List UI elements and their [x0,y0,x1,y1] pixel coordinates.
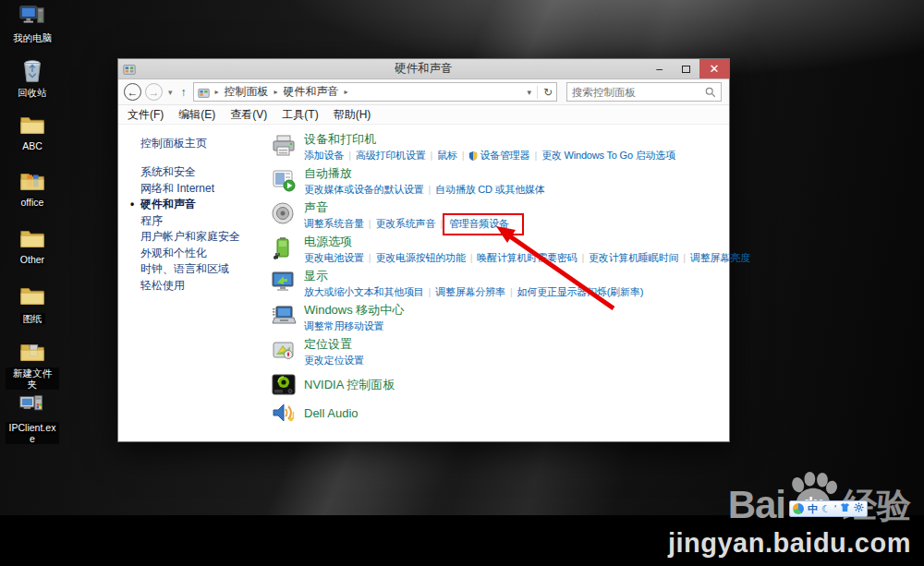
link-play-cd-automatically[interactable]: 自动播放 CD 或其他媒体 [424,184,545,195]
link-advanced-printer-setup[interactable]: 高级打印机设置 [344,150,425,161]
breadcrumb-control-panel[interactable]: 控制面板 [225,84,269,100]
cp-title-devices-printers[interactable]: 设备和打印机 [304,132,675,147]
uac-shield-icon [468,151,478,163]
location-icon [271,338,297,364]
cp-item-dell-audio: Dell Audio [271,400,750,427]
cp-item-display: 显示 放大或缩小文本和其他项目调整屏幕分辨率如何更正显示器闪烁(刷新率) [271,269,750,299]
close-button[interactable]: ✕ [699,59,729,78]
cp-title-location-settings[interactable]: 定位设置 [304,337,364,352]
control-panel-icon [198,86,210,98]
cp-item-autoplay: 自动播放 更改媒体或设备的默认设置自动播放 CD 或其他媒体 [271,166,750,197]
desktop-icon-ipclient[interactable]: IPClient.exe [6,392,59,446]
cp-item-mobility-center: Windows 移动中心 调整常用移动设置 [271,303,750,333]
link-adjust-resolution[interactable]: 调整屏幕分辨率 [424,286,505,297]
address-dropdown-chevron[interactable]: ▾ [527,88,531,97]
ime-language-mode[interactable]: 中 [808,501,818,516]
link-password-on-wakeup[interactable]: 唤醒计算机时需要密码 [466,252,578,263]
link-adjust-system-volume[interactable]: 调整系统音量 [304,218,364,229]
watermark-bai-text: Bai [728,488,785,523]
ime-moon-icon[interactable]: ☾ [821,501,831,516]
cp-title-nvidia[interactable]: NVIDIA 控制面板 [304,372,395,398]
recent-pages-chevron[interactable]: ▾ [166,88,175,97]
ime-settings-gear-icon[interactable] [854,501,864,516]
link-change-location-settings[interactable]: 更改定位设置 [304,355,364,366]
menu-edit[interactable]: 编辑(E) [178,107,215,123]
forward-button[interactable]: → [145,83,163,101]
ime-punctuation-icon[interactable]: ' [834,501,836,516]
ime-logo-icon[interactable] [793,503,804,514]
search-input[interactable] [572,87,705,98]
menu-bar: 文件(F) 编辑(E) 查看(V) 工具(T) 帮助(H) [118,105,729,125]
sidebar-item-ease-of-access[interactable]: 轻松使用 [140,278,271,295]
link-change-battery-settings[interactable]: 更改电池设置 [304,252,364,263]
link-power-button-function[interactable]: 更改电源按钮的功能 [364,252,466,263]
sidebar-item-user-accounts[interactable]: 用户帐户和家庭安全 [140,229,271,246]
link-windows-to-go[interactable]: 更改 Windows To Go 启动选项 [529,150,675,161]
address-bar[interactable]: ▸ 控制面板 ▸ 硬件和声音 ▸ ▾ ↻ [193,82,557,102]
menu-file[interactable]: 文件(F) [128,107,164,123]
maximize-button[interactable] [673,59,699,78]
recycle-bin-icon [18,57,46,85]
sidebar-item-hardware-sound[interactable]: 硬件和声音 [140,197,271,213]
cp-title-dell-audio[interactable]: Dell Audio [304,401,359,427]
sidebar-item-programs[interactable]: 程序 [140,213,271,230]
laptop-icon [271,304,297,330]
cp-title-autoplay[interactable]: 自动播放 [304,166,545,181]
link-add-device[interactable]: 添加设备 [304,150,344,161]
window-titlebar[interactable]: 硬件和声音 – ✕ [118,59,729,79]
menu-tools[interactable]: 工具(T) [282,107,318,123]
desktop-icon-new-folder[interactable]: 新建文件夹 [6,338,59,391]
sidebar-item-appearance[interactable]: 外观和个性化 [140,246,271,262]
cp-title-display[interactable]: 显示 [304,269,643,283]
minimize-button[interactable]: – [646,59,673,78]
sidebar-item-network-internet[interactable]: 网络和 Internet [140,181,271,198]
ime-skin-icon[interactable] [840,501,850,516]
folder-with-document-icon [18,338,46,366]
link-adjust-brightness[interactable]: 调整屏幕亮度 [678,252,749,263]
link-adjust-mobility-settings[interactable]: 调整常用移动设置 [304,320,383,331]
desktop-icon-abc[interactable]: ABC [6,111,59,151]
battery-icon [271,235,297,261]
folder-icon [18,111,46,138]
desktop-icon-label: ABC [6,140,59,151]
breadcrumb-separator: ▸ [342,88,351,96]
desktop-icon-office[interactable]: office [6,167,59,208]
sidebar-item-clock-language[interactable]: 时钟、语言和区域 [140,261,271,278]
refresh-icon[interactable]: ↻ [537,86,553,99]
link-change-sleep-time[interactable]: 更改计算机睡眠时间 [577,252,678,263]
menu-help[interactable]: 帮助(H) [334,107,371,123]
red-highlight-box: 管理音频设备 [443,213,524,235]
desktop-icon-label: 回收站 [6,87,59,98]
cp-item-location-settings: 定位设置 更改定位设置 [271,337,750,367]
link-fix-flicker[interactable]: 如何更正显示器闪烁(刷新率) [505,286,643,297]
cp-item-nvidia: NVIDIA 控制面板 [271,371,750,398]
sidebar-item-home[interactable]: 控制面板主页 [140,136,271,151]
menu-view[interactable]: 查看(V) [230,107,267,123]
back-button[interactable]: ← [124,83,141,101]
window-title: 硬件和声音 [118,61,729,77]
search-box[interactable] [566,82,722,102]
ime-toolbar[interactable]: 中 ☾ ' [789,500,868,517]
link-make-text-larger[interactable]: 放大或缩小文本和其他项目 [304,286,424,297]
link-device-manager[interactable]: 设备管理器 [457,150,530,161]
control-panel-window: 硬件和声音 – ✕ ← → ▾ ↑ ▸ 控制面板 ▸ 硬件和声音 ▸ ▾ ↻ [117,58,730,442]
desktop-icon-drawings[interactable]: 图纸 [6,282,59,326]
link-mouse[interactable]: 鼠标 [425,150,456,161]
desktop-icon-my-computer[interactable]: 我的电脑 [6,3,59,43]
link-change-system-sounds[interactable]: 更改系统声音 [364,218,435,229]
sidebar-item-system-security[interactable]: 系统和安全 [140,164,271,181]
cp-title-power-options[interactable]: 电源选项 [304,235,750,249]
search-icon [705,87,716,98]
breadcrumb-hardware-sound[interactable]: 硬件和声音 [284,84,339,100]
speaker-icon [271,201,297,227]
up-button[interactable]: ↑ [178,86,189,99]
computer-icon [18,3,46,30]
link-manage-audio-devices[interactable]: 管理音频设备 [435,218,510,229]
printer-icon [271,133,297,159]
desktop-icon-label: IPClient.exe [6,422,59,444]
cp-title-mobility-center[interactable]: Windows 移动中心 [304,303,404,318]
watermark-url: jingyan.baidu.com [668,528,911,559]
link-change-default-media-settings[interactable]: 更改媒体或设备的默认设置 [304,184,424,195]
desktop-icon-other[interactable]: Other [6,224,59,265]
desktop-icon-recycle-bin[interactable]: 回收站 [6,57,59,98]
